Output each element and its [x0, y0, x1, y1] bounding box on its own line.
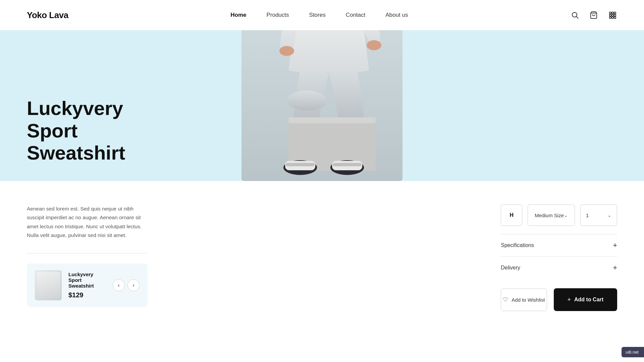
- size-h-box[interactable]: H: [501, 204, 522, 226]
- svg-rect-6: [609, 14, 611, 16]
- content-right: H Medium Size ⌄ 1 ⌄ Specifications + Del…: [174, 194, 644, 362]
- product-description: Aenean sed lorem est. Sed quis neque ut …: [27, 204, 148, 240]
- nav-item-stores[interactable]: Stores: [309, 12, 326, 18]
- heart-icon: ♡: [503, 296, 508, 303]
- size-dropdown[interactable]: Medium Size ⌄: [528, 204, 575, 226]
- nav-actions: [570, 10, 617, 20]
- svg-point-16: [367, 40, 381, 50]
- cart-icon[interactable]: [589, 10, 598, 20]
- product-card: Luckyvery Sport Sweatshirt $129 ‹ ›: [27, 263, 148, 307]
- svg-rect-11: [614, 17, 616, 18]
- hero-text: Luckyvery Sport Sweatshirt: [0, 30, 174, 181]
- svg-rect-25: [333, 163, 362, 166]
- divider: [27, 253, 148, 253]
- card-nav: ‹ ›: [113, 279, 140, 291]
- search-icon[interactable]: [570, 10, 580, 20]
- grid-icon[interactable]: [608, 10, 617, 20]
- size-row: H Medium Size ⌄ 1 ⌄: [501, 204, 617, 226]
- product-card-name: Luckyvery Sport Sweatshirt: [68, 272, 106, 289]
- svg-rect-7: [612, 14, 613, 16]
- quantity-dropdown[interactable]: 1 ⌄: [580, 204, 617, 226]
- svg-rect-5: [614, 12, 616, 14]
- product-options: H Medium Size ⌄ 1 ⌄ Specifications + Del…: [501, 204, 617, 311]
- brand-logo[interactable]: Yoko Lava: [27, 10, 68, 20]
- chevron-down-icon: ⌄: [607, 213, 611, 218]
- content-section: Aenean sed lorem est. Sed quis neque ut …: [0, 181, 644, 362]
- specifications-label: Specifications: [501, 242, 534, 248]
- product-card-price: $129: [68, 291, 106, 299]
- add-to-cart-button[interactable]: + Add to Cart: [554, 288, 617, 311]
- plus-icon: +: [567, 296, 571, 303]
- content-left: Aenean sed lorem est. Sed quis neque ut …: [0, 194, 174, 362]
- chevron-down-icon: ⌄: [564, 213, 568, 218]
- svg-rect-4: [612, 12, 613, 14]
- expand-specs-icon: +: [613, 241, 617, 250]
- nav-item-contact[interactable]: Contact: [346, 12, 366, 18]
- nav-links: Home Products Stores Contact About us: [230, 12, 408, 18]
- svg-rect-24: [286, 163, 315, 166]
- svg-rect-9: [609, 17, 611, 18]
- svg-line-1: [576, 17, 578, 19]
- svg-point-17: [287, 90, 327, 111]
- svg-point-15: [279, 46, 294, 56]
- nav-item-products[interactable]: Products: [266, 12, 289, 18]
- specifications-row[interactable]: Specifications +: [501, 234, 617, 256]
- svg-rect-8: [614, 14, 616, 16]
- svg-rect-3: [609, 12, 611, 14]
- svg-rect-19: [288, 117, 376, 123]
- product-thumbnail: [35, 270, 62, 300]
- svg-point-0: [572, 12, 577, 17]
- prev-button[interactable]: ‹: [113, 279, 125, 291]
- hero-section: Luckyvery Sport Sweatshirt: [0, 30, 644, 181]
- svg-rect-10: [612, 17, 613, 18]
- navbar: Yoko Lava Home Products Stores Contact A…: [0, 0, 644, 30]
- delivery-label: Delivery: [501, 265, 520, 271]
- watermark: ui8.net: [622, 347, 644, 357]
- nav-item-home[interactable]: Home: [230, 12, 246, 18]
- product-card-info: Luckyvery Sport Sweatshirt $129: [68, 272, 106, 299]
- delivery-row[interactable]: Delivery +: [501, 256, 617, 279]
- nav-item-about[interactable]: About us: [385, 12, 408, 18]
- expand-delivery-icon: +: [613, 263, 617, 272]
- hero-title: Luckyvery Sport Sweatshirt: [27, 97, 174, 164]
- action-row: ♡ Add to Wishlist + Add to Cart: [501, 288, 617, 311]
- next-button[interactable]: ›: [127, 279, 140, 291]
- add-to-wishlist-button[interactable]: ♡ Add to Wishlist: [501, 288, 547, 311]
